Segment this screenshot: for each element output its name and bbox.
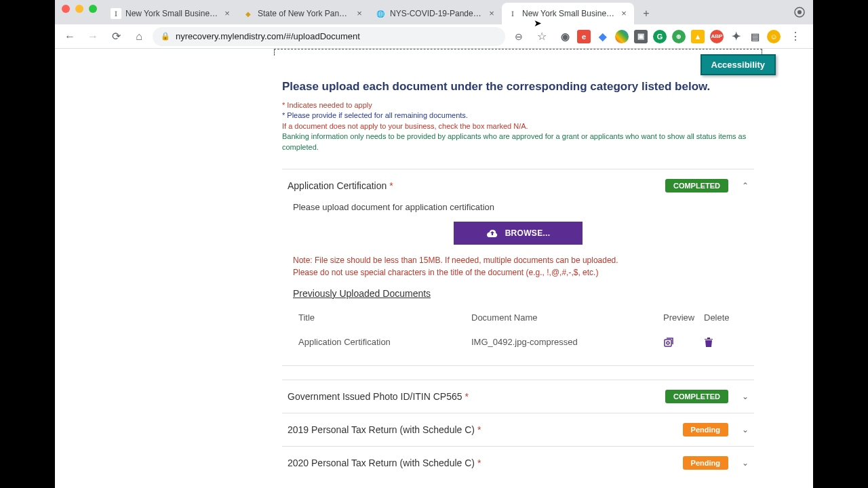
section-title: 2019 Personal Tax Return (with Schedule … (288, 424, 683, 435)
bookmark-star-icon[interactable]: ☆ (532, 27, 551, 46)
minimize-window-button[interactable] (75, 5, 83, 13)
browse-label: BROWSE... (505, 228, 551, 238)
tab-3[interactable]: 🌐 NYS-COVID-19-Pandemic-Sm × (370, 3, 502, 24)
status-badge: Pending (683, 456, 728, 470)
extension-icon[interactable]: ◉ (558, 30, 572, 43)
chevron-down-icon: ⌄ (742, 458, 749, 468)
cell-document-name: IMG_0492.jpg-compressed (471, 337, 663, 348)
section-title: 2020 Personal Tax Return (with Schedule … (288, 458, 683, 468)
extension-icon[interactable]: ▲ (691, 30, 705, 43)
cloud-upload-icon (486, 228, 498, 238)
upload-instruction: Please upload document for application c… (293, 202, 743, 212)
browser-toolbar: ← → ⟳ ⌂ 🔒 nyrecovery.mylendistry.com/#/u… (55, 24, 813, 49)
accessibility-button[interactable]: Accessibility (701, 54, 776, 75)
favicon-icon: ◆ (243, 8, 254, 19)
svg-point-3 (667, 342, 669, 344)
section-title: Government Issued Photo ID/ITIN CP565 * (288, 391, 665, 402)
close-tab-icon[interactable]: × (487, 9, 496, 18)
tab-strip: 𝕀 New York Small Business Reco × ◆ State… (105, 0, 794, 24)
status-badge: COMPLETED (665, 390, 728, 403)
section-application-certification: Application Certification * COMPLETED ⌃ … (282, 169, 754, 366)
close-tab-icon[interactable]: × (619, 9, 629, 18)
favicon-icon: 𝕀 (111, 8, 121, 19)
home-button[interactable]: ⌂ (130, 27, 149, 46)
favicon-icon: 𝕀 (507, 8, 518, 19)
tab-label: New York Small Business Reco (125, 9, 218, 18)
collapsed-section[interactable]: 2019 Personal Tax Return (with Schedule … (282, 413, 754, 446)
tab-label: State of New York Pandemic S (258, 9, 351, 18)
tab-label: NYS-COVID-19-Pandemic-Sm (390, 9, 483, 18)
extension-icon[interactable]: e (577, 30, 591, 43)
extension-icon[interactable]: ABP (710, 30, 724, 43)
page-heading: Please upload each document under the co… (282, 80, 754, 94)
instruction-notes: * Indicates needed to apply * Please pro… (282, 100, 754, 152)
url-text: nyrecovery.mylendistry.com/#/uploadDocum… (176, 31, 360, 41)
back-button[interactable]: ← (60, 27, 79, 46)
maximize-window-button[interactable] (89, 5, 97, 13)
extension-icon[interactable] (615, 30, 629, 43)
delete-document-icon[interactable] (704, 337, 738, 348)
special-chars-note: Please do not use special characters in … (293, 266, 743, 279)
section-header[interactable]: Application Certification * COMPLETED ⌃ (282, 169, 754, 202)
table-row: Application Certification IMG_0492.jpg-c… (293, 329, 743, 354)
col-header-document: Document Name (471, 312, 663, 323)
extension-icon[interactable]: G (653, 30, 667, 43)
window-controls (62, 0, 105, 24)
table-header-row: Title Document Name Preview Delete (293, 306, 743, 329)
col-header-delete: Delete (704, 312, 738, 323)
section-title: Application Certification * (288, 180, 665, 191)
page-content: Accessibility Please upload each documen… (55, 49, 813, 488)
col-header-preview: Preview (663, 312, 704, 323)
reload-button[interactable]: ⟳ (106, 27, 125, 46)
account-icon[interactable] (794, 7, 805, 18)
tab-1[interactable]: 𝕀 New York Small Business Reco × (105, 3, 237, 24)
address-bar[interactable]: 🔒 nyrecovery.mylendistry.com/#/uploadDoc… (153, 27, 505, 46)
note-provide: * Please provide if selected for all rem… (282, 110, 754, 121)
status-badge: COMPLETED (665, 179, 728, 192)
chevron-up-icon: ⌃ (742, 181, 749, 190)
collapsed-section[interactable]: 2020 Personal Tax Return (with Schedule … (282, 446, 754, 479)
extension-icon[interactable]: ⊕ (672, 30, 686, 43)
extension-icon[interactable]: ◆ (596, 30, 610, 43)
col-header-title: Title (298, 312, 471, 323)
profile-avatar-icon[interactable]: ☺ (767, 30, 781, 43)
collapsed-section[interactable]: Government Issued Photo ID/ITIN CP565 *C… (282, 380, 754, 413)
close-tab-icon[interactable]: × (222, 9, 232, 18)
status-badge: Pending (683, 423, 728, 436)
forward-button[interactable]: → (83, 27, 102, 46)
tab-2[interactable]: ◆ State of New York Pandemic S × (237, 3, 370, 24)
note-na: If a document does not apply to your bus… (282, 121, 754, 131)
close-window-button[interactable] (62, 5, 70, 13)
cell-title: Application Certification (298, 337, 471, 348)
uploaded-documents-table: Title Document Name Preview Delete Appli… (293, 306, 743, 354)
close-tab-icon[interactable]: × (355, 9, 364, 18)
chevron-down-icon: ⌄ (742, 425, 749, 434)
extension-icon[interactable]: ▣ (634, 30, 648, 43)
chevron-down-icon: ⌄ (742, 392, 749, 401)
favicon-icon: 🌐 (375, 8, 386, 19)
previously-uploaded-heading: Previously Uploaded Documents (293, 288, 743, 299)
browse-button[interactable]: BROWSE... (454, 222, 583, 245)
note-required: * Indicates needed to apply (282, 100, 754, 110)
note-banking: Banking information only needs to be pro… (282, 131, 754, 152)
file-size-note: Note: File size should be less than 15MB… (293, 254, 743, 266)
svg-rect-2 (665, 340, 671, 346)
browser-titlebar: 𝕀 New York Small Business Reco × ◆ State… (55, 0, 813, 24)
zoom-icon[interactable]: ⊖ (509, 27, 528, 46)
extensions-menu-icon[interactable]: ✦ (729, 30, 743, 43)
lock-icon: 🔒 (161, 32, 170, 41)
tab-label: New York Small Business Reco (522, 9, 615, 18)
new-tab-button[interactable]: + (637, 4, 656, 23)
svg-point-1 (797, 10, 802, 14)
extensions-area: ◉ e ◆ ▣ G ⊕ ▲ ABP ✦ ▤ ☺ ⋮ (555, 27, 808, 46)
tab-4-active[interactable]: 𝕀 New York Small Business Reco × (502, 3, 634, 24)
reading-list-icon[interactable]: ▤ (748, 30, 762, 43)
preview-document-icon[interactable] (663, 337, 704, 348)
chrome-menu-button[interactable]: ⋮ (786, 27, 805, 46)
dotted-border (274, 49, 762, 56)
